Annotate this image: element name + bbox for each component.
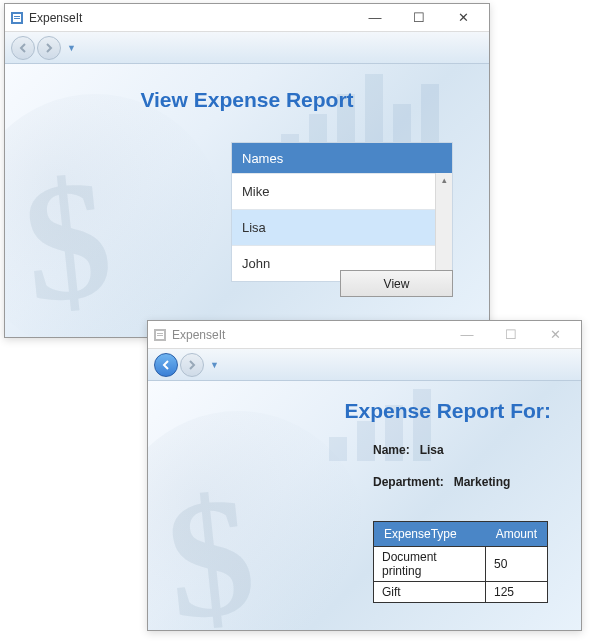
page-heading: Expense Report For: — [344, 399, 551, 423]
nav-forward-button[interactable] — [37, 36, 61, 60]
window-expense-detail: ExpenseIt — ☐ ✕ ▼ Expense Report For: Na… — [147, 320, 582, 631]
nav-toolbar: ▼ — [5, 32, 489, 64]
minimize-button[interactable]: — — [445, 322, 489, 348]
window-expense-list: ExpenseIt — ☐ ✕ ▼ View Expense Report Na… — [4, 3, 490, 338]
nav-back-button[interactable] — [154, 353, 178, 377]
names-header: Names — [232, 143, 452, 173]
scroll-up-icon[interactable]: ▴ — [442, 175, 447, 185]
col-amount: Amount — [486, 522, 548, 547]
expense-table: ExpenseType Amount Document printing 50 … — [373, 521, 548, 603]
close-button[interactable]: ✕ — [441, 5, 485, 31]
nav-forward-button[interactable] — [180, 353, 204, 377]
svg-rect-6 — [157, 333, 163, 334]
names-panel: Names Mike Lisa John ▴ ▾ — [231, 142, 453, 282]
name-value: Lisa — [420, 443, 444, 457]
names-list[interactable]: Mike Lisa John ▴ ▾ — [232, 173, 452, 281]
department-row: Department: Marketing — [373, 475, 510, 489]
titlebar[interactable]: ExpenseIt — ☐ ✕ — [5, 4, 489, 32]
view-button[interactable]: View — [340, 270, 453, 297]
nav-history-dropdown[interactable]: ▼ — [63, 41, 80, 55]
window-title: ExpenseIt — [29, 11, 82, 25]
minimize-button[interactable]: — — [353, 5, 397, 31]
maximize-button[interactable]: ☐ — [489, 322, 533, 348]
svg-rect-2 — [14, 16, 20, 17]
names-row[interactable]: Mike — [232, 173, 452, 209]
scrollbar[interactable]: ▴ ▾ — [435, 173, 452, 281]
name-row: Name: Lisa — [373, 443, 444, 457]
client-area: View Expense Report Names Mike Lisa John… — [5, 64, 489, 337]
table-row: Document printing 50 — [374, 547, 548, 582]
cell-amount: 50 — [486, 547, 548, 582]
app-icon — [152, 327, 168, 343]
cell-expense-type: Document printing — [374, 547, 486, 582]
nav-toolbar: ▼ — [148, 349, 581, 381]
col-expense-type: ExpenseType — [374, 522, 486, 547]
client-area: Expense Report For: Name: Lisa Departmen… — [148, 381, 581, 630]
department-label: Department: — [373, 475, 444, 489]
cell-amount: 125 — [486, 582, 548, 603]
close-button[interactable]: ✕ — [533, 322, 577, 348]
app-icon — [9, 10, 25, 26]
department-value: Marketing — [454, 475, 511, 489]
page-heading: View Expense Report — [5, 88, 489, 112]
cell-expense-type: Gift — [374, 582, 486, 603]
nav-history-dropdown[interactable]: ▼ — [206, 358, 223, 372]
svg-rect-7 — [157, 335, 163, 336]
name-label: Name: — [373, 443, 410, 457]
nav-back-button[interactable] — [11, 36, 35, 60]
names-row[interactable]: Lisa — [232, 209, 452, 245]
svg-rect-3 — [14, 18, 20, 19]
window-title: ExpenseIt — [172, 328, 225, 342]
titlebar[interactable]: ExpenseIt — ☐ ✕ — [148, 321, 581, 349]
maximize-button[interactable]: ☐ — [397, 5, 441, 31]
table-row: Gift 125 — [374, 582, 548, 603]
table-header-row: ExpenseType Amount — [374, 522, 548, 547]
